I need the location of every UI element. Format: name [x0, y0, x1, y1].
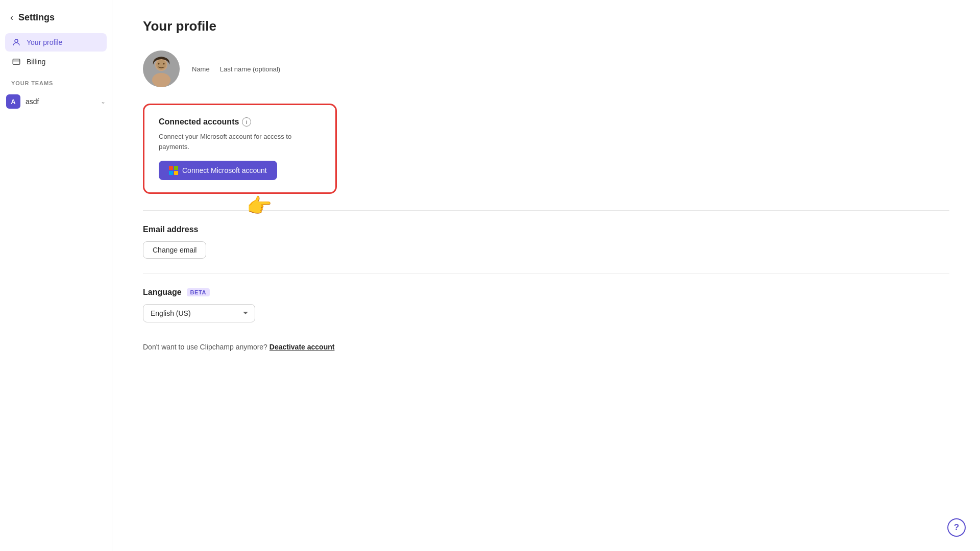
cursor-hand: 👉 [247, 194, 272, 218]
team-avatar: A [6, 94, 20, 109]
team-item-asdf[interactable]: A asdf ⌄ [0, 90, 112, 113]
svg-point-7 [158, 63, 160, 65]
team-name: asdf [26, 97, 95, 106]
help-button[interactable]: ? [947, 518, 966, 537]
sidebar-header: ‹ Settings [0, 8, 112, 33]
microsoft-logo-icon [169, 166, 178, 175]
sidebar: ‹ Settings Your profile Billing YOUR TEA… [0, 0, 112, 551]
deactivate-link[interactable]: Deactivate account [270, 343, 335, 351]
svg-point-6 [156, 60, 166, 70]
profile-icon [11, 37, 21, 47]
sidebar-nav: Your profile Billing [0, 33, 112, 72]
main-content: Your profile Name Last name (o [112, 0, 980, 551]
info-icon[interactable]: i [242, 117, 251, 127]
teams-section-label: YOUR TEAMS [0, 72, 112, 90]
back-icon[interactable]: ‹ [10, 12, 13, 23]
deactivate-row: Don't want to use Clipchamp anymore? Dea… [143, 343, 949, 351]
sidebar-title: Settings [18, 12, 55, 23]
language-select[interactable]: English (US) Español Français Deutsch 日本… [143, 304, 255, 322]
chevron-down-icon: ⌄ [101, 98, 106, 105]
sidebar-item-billing[interactable]: Billing [5, 53, 107, 71]
sidebar-item-label-billing: Billing [27, 58, 45, 66]
svg-point-0 [15, 39, 18, 42]
connected-accounts-card: Connected accounts i Connect your Micros… [143, 104, 337, 194]
sidebar-item-label-profile: Your profile [27, 38, 62, 46]
sidebar-item-your-profile[interactable]: Your profile [5, 33, 107, 52]
language-heading: Language [143, 288, 182, 297]
language-section: Language BETA English (US) Español Franç… [143, 288, 949, 322]
last-name-label: Last name (optional) [220, 65, 281, 73]
email-section-heading: Email address [143, 225, 949, 234]
connect-microsoft-button[interactable]: Connect Microsoft account [159, 161, 277, 180]
name-label: Name [192, 65, 210, 73]
email-section: Email address Change email [143, 225, 949, 259]
divider-1 [143, 210, 949, 211]
beta-badge: BETA [187, 288, 210, 296]
svg-point-5 [152, 73, 170, 87]
billing-icon [11, 57, 21, 67]
avatar[interactable] [143, 51, 180, 87]
svg-rect-1 [13, 59, 20, 65]
divider-2 [143, 273, 949, 273]
lastname-field-group: Last name (optional) [220, 65, 281, 73]
svg-point-8 [163, 63, 165, 65]
connected-accounts-title: Connected accounts i [159, 117, 321, 127]
language-header: Language BETA [143, 288, 949, 297]
change-email-button[interactable]: Change email [143, 241, 206, 259]
profile-fields: Name Last name (optional) [192, 65, 949, 73]
name-field-group: Name [192, 65, 210, 73]
connected-accounts-desc: Connect your Microsoft account for acces… [159, 132, 321, 152]
page-title: Your profile [143, 18, 949, 34]
profile-row: Name Last name (optional) [143, 51, 949, 87]
